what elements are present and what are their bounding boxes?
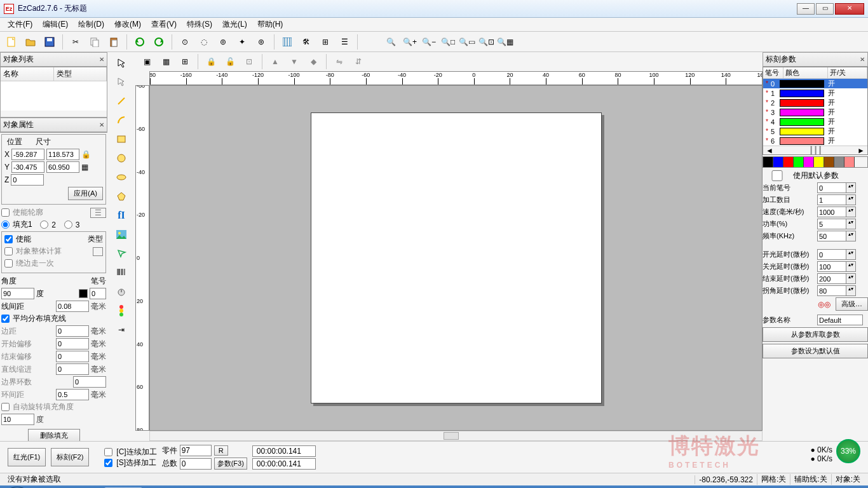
pen-row[interactable]: *6开 bbox=[763, 136, 867, 146]
palette-swatch[interactable] bbox=[763, 157, 773, 167]
zoom-icon[interactable]: 🔍 bbox=[382, 33, 400, 51]
cut-button[interactable]: ✂ bbox=[67, 33, 85, 51]
rect-tool[interactable] bbox=[112, 130, 130, 148]
from-lib-button[interactable]: 从参数库取参数 bbox=[763, 327, 868, 342]
pen-row[interactable]: *5开 bbox=[763, 126, 867, 136]
outline-opts-icon[interactable]: ☰ bbox=[90, 208, 106, 218]
zoom-in-icon[interactable]: 🔍+ bbox=[401, 33, 419, 51]
text-tool[interactable]: fI bbox=[112, 207, 130, 224]
on-delay-input[interactable] bbox=[817, 249, 846, 260]
rings-icon[interactable]: ◎◎ bbox=[818, 300, 831, 309]
light-tool[interactable] bbox=[112, 302, 130, 320]
list-icon[interactable]: ☰ bbox=[336, 33, 353, 51]
objlist-close-icon[interactable]: ✕ bbox=[99, 56, 104, 63]
zoom-out-icon[interactable]: 🔍− bbox=[420, 33, 438, 51]
redo-button[interactable] bbox=[150, 33, 168, 51]
fill3-radio[interactable] bbox=[64, 220, 72, 229]
hatch1-icon[interactable] bbox=[278, 33, 296, 51]
advanced-button[interactable]: 高级… bbox=[836, 297, 868, 311]
pen-input[interactable] bbox=[90, 288, 106, 299]
speed-input[interactable] bbox=[817, 207, 846, 217]
ldist-input[interactable] bbox=[56, 301, 89, 312]
pen-row[interactable]: *4开 bbox=[763, 117, 867, 126]
zoom-fit-icon[interactable]: 🔍□ bbox=[439, 33, 457, 51]
timer-tool[interactable] bbox=[112, 283, 130, 301]
pointer-tool[interactable] bbox=[112, 54, 130, 72]
menu-file[interactable]: 文件(F) bbox=[3, 18, 37, 31]
set-default-button[interactable]: 参数设为默认值 bbox=[763, 344, 868, 358]
object-list[interactable]: 名称类型 bbox=[0, 67, 107, 118]
open-button[interactable] bbox=[22, 33, 39, 51]
w-input[interactable] bbox=[46, 149, 79, 160]
zoom-all-icon[interactable]: 🔍⊡ bbox=[477, 33, 495, 51]
node5-icon[interactable]: ⊛ bbox=[252, 33, 270, 51]
z-input[interactable] bbox=[11, 174, 44, 186]
fill2-radio[interactable] bbox=[40, 220, 48, 229]
calc-icon[interactable]: ⊞ bbox=[316, 33, 334, 51]
palette-swatch[interactable] bbox=[804, 157, 814, 167]
canvas[interactable] bbox=[149, 85, 763, 431]
node2-icon[interactable]: ◌ bbox=[195, 33, 213, 51]
total-input[interactable] bbox=[180, 458, 212, 470]
pen-row[interactable]: *1开 bbox=[763, 88, 867, 98]
corner-input[interactable] bbox=[817, 285, 846, 296]
power-input[interactable] bbox=[817, 219, 846, 229]
h-input[interactable] bbox=[46, 161, 79, 173]
y-input[interactable] bbox=[11, 161, 44, 173]
scrollbar-h[interactable] bbox=[149, 431, 763, 441]
enable-check[interactable] bbox=[4, 235, 13, 243]
freq-input[interactable] bbox=[817, 231, 846, 241]
menu-draw[interactable]: 绘制(D) bbox=[73, 18, 109, 31]
copy-button[interactable] bbox=[86, 33, 104, 51]
menu-edit[interactable]: 编辑(E) bbox=[37, 18, 73, 31]
count-input[interactable] bbox=[817, 194, 846, 205]
param-button[interactable]: 参数(F3) bbox=[214, 458, 247, 470]
undo-button[interactable] bbox=[131, 33, 149, 51]
x-input[interactable] bbox=[11, 149, 44, 160]
pen-row[interactable]: *2开 bbox=[763, 98, 867, 107]
default-check[interactable] bbox=[763, 170, 792, 181]
param-name-input[interactable] bbox=[817, 315, 863, 325]
new-button[interactable] bbox=[3, 33, 20, 51]
menu-laser[interactable]: 激光(L) bbox=[217, 18, 252, 31]
mark-close-icon[interactable]: ✕ bbox=[860, 56, 865, 63]
cur-pen-input[interactable] bbox=[817, 182, 846, 193]
r-button[interactable]: R bbox=[214, 445, 228, 456]
paste-button[interactable] bbox=[105, 33, 123, 51]
palette-swatch[interactable] bbox=[773, 157, 783, 167]
palette[interactable] bbox=[763, 156, 868, 168]
menu-help[interactable]: 帮助(H) bbox=[252, 18, 288, 31]
palette-swatch[interactable] bbox=[844, 157, 855, 167]
apply-button[interactable]: 应用(A) bbox=[68, 187, 103, 200]
mark-button[interactable]: 标刻(F2) bbox=[51, 448, 89, 466]
group1-icon[interactable]: ▣ bbox=[138, 53, 156, 70]
node4-icon[interactable]: ✦ bbox=[233, 33, 251, 51]
del-fill-button[interactable]: 删除填充 bbox=[28, 429, 80, 441]
fill1-radio[interactable] bbox=[1, 220, 10, 229]
outline-check[interactable] bbox=[1, 208, 10, 217]
sel-check[interactable] bbox=[104, 459, 112, 467]
zoom-sel-icon[interactable]: 🔍▭ bbox=[458, 33, 476, 51]
menu-view[interactable]: 查看(V) bbox=[146, 18, 182, 31]
pen-swatch[interactable] bbox=[79, 289, 88, 298]
avg-check[interactable] bbox=[1, 315, 10, 323]
ellipse-tool[interactable] bbox=[112, 168, 130, 186]
group2-icon[interactable]: ▦ bbox=[157, 53, 175, 70]
menu-modify[interactable]: 修改(M) bbox=[109, 18, 146, 31]
lock-icon[interactable]: 🔒 bbox=[81, 150, 91, 159]
vector-tool[interactable] bbox=[112, 245, 130, 262]
angle-input[interactable] bbox=[1, 288, 34, 299]
barcode-tool[interactable] bbox=[112, 264, 130, 281]
save-button[interactable] bbox=[41, 33, 58, 51]
close-button[interactable]: ✕ bbox=[835, 3, 864, 15]
tools-icon[interactable]: 🛠 bbox=[297, 33, 315, 51]
props-close-icon[interactable]: ✕ bbox=[99, 121, 104, 128]
zoom-page-icon[interactable]: 🔍▦ bbox=[496, 33, 514, 51]
node1-icon[interactable]: ⊙ bbox=[176, 33, 194, 51]
line-tool[interactable] bbox=[112, 92, 130, 110]
pen-row[interactable]: *0开 bbox=[763, 79, 867, 88]
pen-row[interactable]: *3开 bbox=[763, 107, 867, 117]
parts-input[interactable] bbox=[180, 445, 212, 456]
grid-icon[interactable]: ▦ bbox=[81, 163, 88, 172]
curve-tool[interactable] bbox=[112, 111, 130, 129]
